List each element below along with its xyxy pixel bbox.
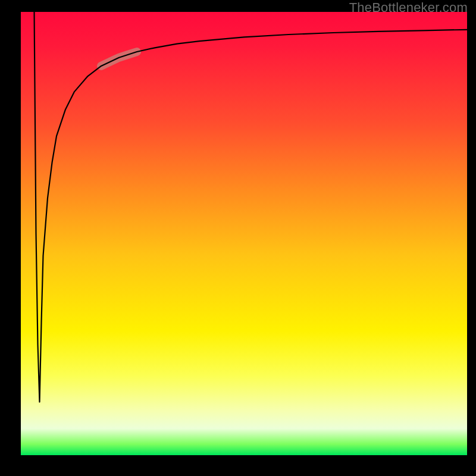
watermark-text: TheBottleneker.com: [349, 0, 468, 15]
curve-layer: [21, 12, 467, 455]
chart-container: TheBottleneker.com: [0, 0, 476, 476]
bottleneck-curve: [35, 12, 468, 402]
plot-area: [21, 12, 467, 455]
